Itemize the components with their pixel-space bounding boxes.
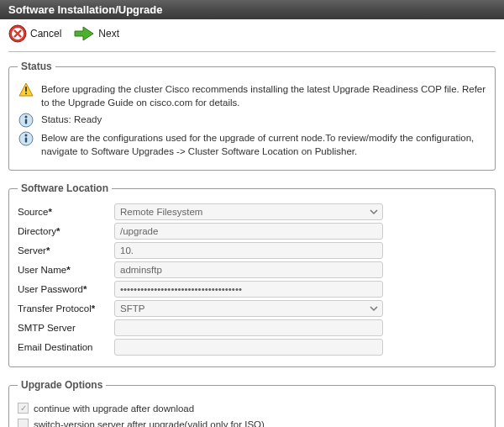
- status-info-text: Below are the configurations used for th…: [41, 131, 486, 158]
- svg-rect-6: [25, 119, 27, 124]
- status-ready-row: Status: Ready: [18, 113, 486, 128]
- continue-label: continue with upgrade after download: [34, 403, 194, 414]
- status-legend: Status: [18, 61, 55, 72]
- directory-label: Directory: [18, 226, 114, 236]
- software-location-group: Software Location Source Directory Serve…: [8, 182, 496, 367]
- source-label: Source: [18, 207, 114, 217]
- protocol-select[interactable]: [114, 300, 383, 317]
- continue-checkbox[interactable]: ✓: [18, 403, 29, 414]
- svg-point-5: [25, 116, 28, 119]
- cancel-icon: [8, 24, 27, 43]
- server-input[interactable]: [114, 242, 383, 259]
- directory-input[interactable]: [114, 223, 383, 240]
- svg-point-8: [25, 134, 28, 137]
- page-title: Software Installation/Upgrade: [0, 0, 504, 19]
- info-icon: [18, 131, 34, 146]
- toolbar: Cancel Next: [0, 19, 504, 48]
- cancel-button[interactable]: Cancel: [8, 24, 61, 43]
- protocol-label: Transfer Protocol: [18, 303, 114, 314]
- status-info-row: Below are the configurations used for th…: [18, 131, 486, 158]
- divider: [8, 51, 496, 52]
- info-icon: [18, 113, 34, 128]
- password-label: User Password: [18, 284, 114, 294]
- username-label: User Name: [18, 265, 114, 275]
- smtp-label: SMTP Server: [18, 323, 114, 333]
- status-group: Status Before upgrading the cluster Cisc…: [8, 61, 496, 171]
- next-arrow-icon: [73, 24, 95, 43]
- next-label: Next: [98, 28, 119, 40]
- switch-version-label: switch-version server after upgrade(vali…: [34, 419, 265, 427]
- warning-icon: [18, 82, 34, 98]
- upgrade-options-group: Upgrade Options ✓ continue with upgrade …: [8, 379, 496, 427]
- server-label: Server: [18, 245, 114, 256]
- status-ready-text: Status: Ready: [41, 113, 102, 126]
- upgrade-options-legend: Upgrade Options: [18, 379, 106, 391]
- email-label: Email Destination: [18, 342, 114, 352]
- svg-rect-2: [25, 87, 27, 92]
- status-warning-row: Before upgrading the cluster Cisco recom…: [18, 82, 486, 109]
- svg-rect-3: [25, 92, 27, 94]
- software-location-legend: Software Location: [18, 182, 112, 194]
- status-warning-text: Before upgrading the cluster Cisco recom…: [41, 82, 486, 109]
- cancel-label: Cancel: [30, 28, 61, 40]
- switch-version-checkbox[interactable]: [18, 419, 29, 427]
- svg-rect-9: [25, 138, 27, 143]
- smtp-input[interactable]: [114, 319, 383, 336]
- email-input[interactable]: [114, 339, 383, 356]
- next-button[interactable]: Next: [73, 24, 119, 43]
- source-select[interactable]: [114, 203, 383, 220]
- password-input[interactable]: [114, 281, 383, 298]
- username-input[interactable]: [114, 261, 383, 278]
